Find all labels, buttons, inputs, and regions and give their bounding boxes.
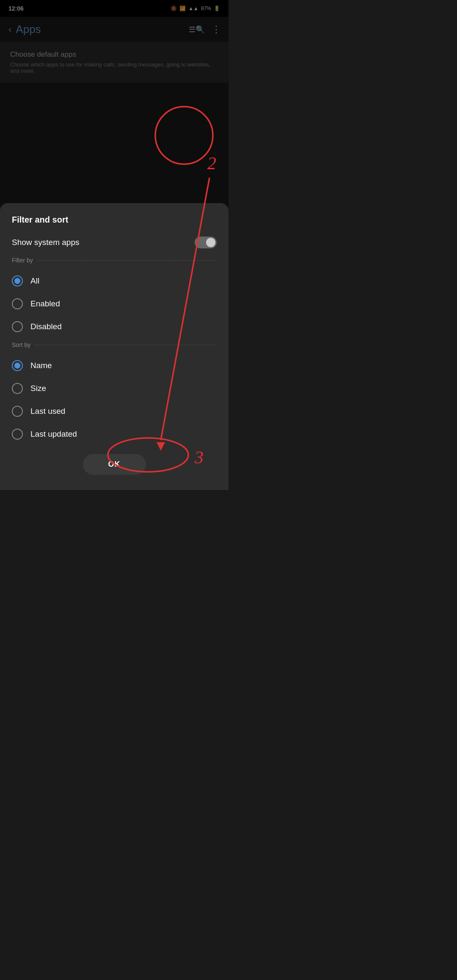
show-system-apps-toggle[interactable]: [195, 237, 217, 248]
sort-size-row[interactable]: Size: [12, 377, 217, 400]
bottom-sheet-overlay: Filter and sort Show system apps Filter …: [0, 0, 228, 490]
filter-disabled-radio[interactable]: [12, 321, 23, 332]
filter-all-radio[interactable]: [12, 275, 23, 286]
filter-enabled-row[interactable]: Enabled: [12, 292, 217, 315]
sort-name-radio[interactable]: [12, 360, 23, 371]
sort-last-updated-radio[interactable]: [12, 429, 23, 440]
show-system-apps-row[interactable]: Show system apps: [12, 237, 217, 248]
toggle-knob: [206, 238, 215, 247]
filter-sort-sheet: Filter and sort Show system apps Filter …: [0, 203, 228, 490]
filter-enabled-label: Enabled: [30, 299, 60, 308]
filter-disabled-row[interactable]: Disabled: [12, 315, 217, 338]
filter-disabled-label: Disabled: [30, 322, 62, 331]
sort-by-label: Sort by: [12, 341, 217, 348]
ok-button[interactable]: OK: [83, 454, 146, 475]
sheet-title: Filter and sort: [12, 215, 217, 225]
filter-enabled-radio[interactable]: [12, 298, 23, 309]
filter-all-label: All: [30, 276, 39, 286]
ok-button-row: OK: [12, 454, 217, 475]
sort-name-label: Name: [30, 361, 52, 370]
filter-by-label: Filter by: [12, 257, 217, 264]
sort-size-radio[interactable]: [12, 383, 23, 394]
sort-last-updated-row[interactable]: Last updated: [12, 423, 217, 446]
sort-last-used-row[interactable]: Last used: [12, 400, 217, 423]
sort-size-label: Size: [30, 384, 46, 393]
sort-last-used-label: Last used: [30, 407, 65, 416]
show-system-apps-label: Show system apps: [12, 238, 79, 247]
sort-last-updated-label: Last updated: [30, 429, 77, 439]
filter-all-row[interactable]: All: [12, 270, 217, 292]
sort-name-row[interactable]: Name: [12, 354, 217, 377]
sort-last-used-radio[interactable]: [12, 406, 23, 417]
